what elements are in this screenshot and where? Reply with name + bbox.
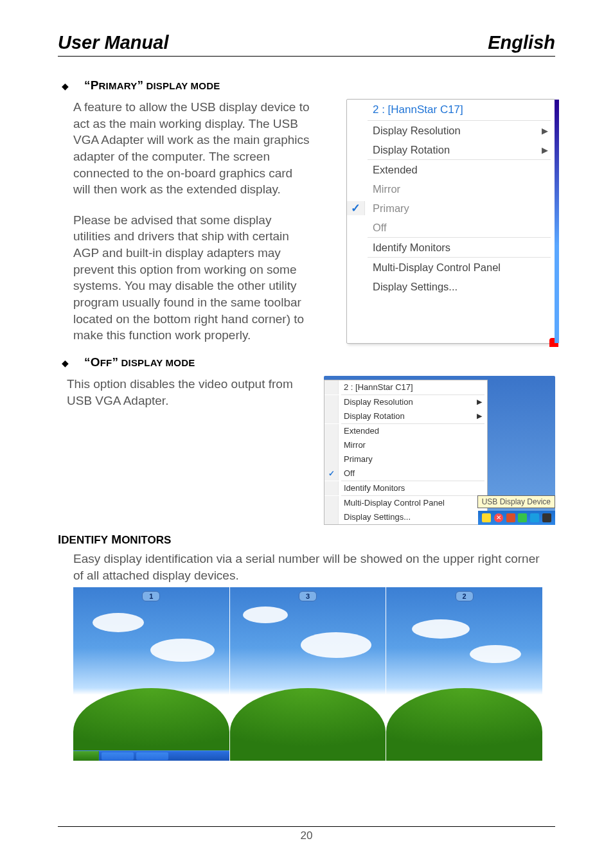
menu-title-row: 2 : [HannStar C17] — [347, 100, 555, 120]
menu-item-primary[interactable]: ✓ Primary — [347, 199, 555, 218]
monitor-3: 3 — [230, 587, 387, 761]
menu-item-resolution[interactable]: Display Resolution ▶ — [347, 121, 555, 140]
primary-mode-heading-row: ◆ “PRIMARY” DISPLAY MODE — [58, 78, 555, 94]
tray-icon[interactable] — [530, 513, 539, 522]
page-content: ◆ “PRIMARY” DISPLAY MODE A feature to al… — [58, 78, 555, 761]
taskbar[interactable] — [73, 750, 229, 761]
tray-icon[interactable] — [518, 513, 527, 522]
display-context-menu-primary: 2 : [HannStar C17] Display Resolution ▶ … — [346, 99, 555, 344]
primary-two-col: A feature to allow the USB display devic… — [58, 99, 555, 344]
menu2-item-primary[interactable]: Primary — [324, 452, 487, 466]
menu2-item-rotation[interactable]: Display Rotation▶ — [324, 409, 487, 423]
submenu-arrow-icon: ▶ — [477, 412, 487, 420]
menu2-item-settings[interactable]: Display Settings... — [324, 510, 487, 524]
off-mode-heading: “OFF” DISPLAY MODE — [84, 355, 195, 369]
bullet-icon: ◆ — [62, 78, 69, 94]
off-menu-wrap: 2 : [HannStar C17] Display Resolution▶ D… — [324, 376, 555, 525]
menu-item-mirror[interactable]: Mirror — [347, 179, 555, 199]
check-icon: ✓ — [328, 469, 335, 478]
off-menu-col: 2 : [HannStar C17] Display Resolution▶ D… — [324, 376, 555, 525]
tray-icon[interactable] — [506, 513, 515, 522]
menu2-item-mirror[interactable]: Mirror — [324, 438, 487, 452]
primary-text-col: A feature to allow the USB display devic… — [58, 99, 311, 344]
tray-corner-icon — [549, 338, 558, 347]
menu2-title-row: 2 : [HannStar C17] — [324, 380, 487, 394]
monitor-badge-2: 2 — [456, 591, 474, 601]
menu-item-off[interactable]: Off — [347, 218, 555, 237]
menu2-item-identify[interactable]: Identify Monitors — [324, 481, 487, 495]
start-button[interactable] — [73, 751, 99, 761]
off-text-col: This option disables the video output fr… — [58, 376, 311, 525]
submenu-arrow-icon: ▶ — [542, 126, 555, 136]
menu-item-extended[interactable]: Extended — [347, 160, 555, 179]
tray-icon[interactable] — [482, 513, 491, 522]
off-para: This option disables the video output fr… — [67, 376, 311, 409]
manual-title: User Manual — [58, 32, 168, 53]
page-header: User Manual English — [58, 32, 555, 57]
submenu-arrow-icon: ▶ — [542, 145, 555, 155]
identify-para-1: Easy display identification via a serial… — [73, 551, 555, 567]
primary-para-1: A feature to allow the USB display devic… — [73, 99, 311, 198]
check-icon: ✓ — [347, 201, 365, 215]
monitor-2: 2 — [386, 587, 542, 761]
page-footer: 20 — [58, 826, 555, 842]
off-mode-heading-row: ◆ “OFF” DISPLAY MODE — [58, 355, 555, 371]
taskbar-button[interactable] — [102, 752, 134, 760]
monitor-1: 1 — [73, 587, 230, 761]
taskbar-button[interactable] — [136, 752, 168, 760]
menu2-item-off[interactable]: ✓Off — [324, 466, 487, 481]
menu-item-rotation[interactable]: Display Rotation ▶ — [347, 140, 555, 159]
monitor-badge-1: 1 — [142, 591, 160, 601]
menu-item-mdcp[interactable]: Multi-Display Control Panel — [347, 258, 555, 277]
identify-para-2: of all attached display devices. — [73, 567, 555, 584]
tray-tooltip: USB Display Device — [477, 495, 555, 508]
monitor-badge-3: 3 — [299, 591, 317, 601]
submenu-arrow-icon: ▶ — [477, 398, 487, 406]
menu-display-name: 2 : [HannStar C17] — [365, 103, 555, 116]
display-context-menu-off: 2 : [HannStar C17] Display Resolution▶ D… — [324, 380, 488, 525]
menu2-item-extended[interactable]: Extended — [324, 424, 487, 438]
page-number: 20 — [301, 829, 313, 842]
language-label: English — [488, 32, 555, 53]
primary-para-2: Please be advised that some display util… — [73, 212, 311, 344]
tray-icon[interactable]: ✕ — [494, 513, 503, 522]
menu2-item-mdcp[interactable]: Multi-Display Control Panel — [324, 496, 487, 510]
menu-item-settings[interactable]: Display Settings... — [347, 277, 555, 296]
bullet-icon: ◆ — [62, 355, 69, 371]
tray-icon[interactable] — [542, 513, 551, 522]
menu-item-identify[interactable]: Identify Monitors — [347, 238, 555, 257]
identify-screenshot: 1 3 2 — [73, 587, 542, 761]
identify-heading: IDENTIFY MONITORS — [58, 533, 555, 547]
primary-menu-col: 2 : [HannStar C17] Display Resolution ▶ … — [324, 99, 555, 344]
off-two-col: This option disables the video output fr… — [58, 376, 555, 525]
primary-mode-heading: “PRIMARY” DISPLAY MODE — [84, 78, 220, 93]
system-tray[interactable]: ✕ — [478, 511, 555, 525]
menu2-item-resolution[interactable]: Display Resolution▶ — [324, 395, 487, 409]
